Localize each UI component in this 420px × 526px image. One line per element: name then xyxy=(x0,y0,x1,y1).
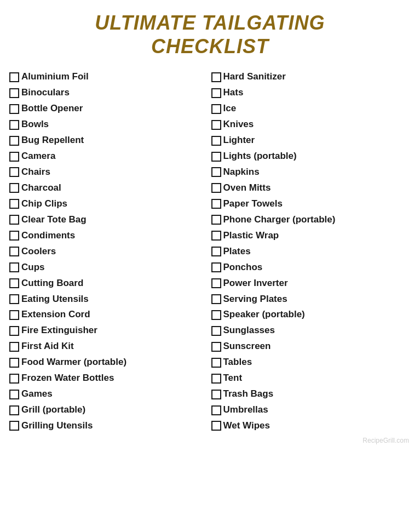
list-item[interactable]: Ponchos xyxy=(210,260,412,276)
checkbox-icon[interactable] xyxy=(211,152,221,162)
list-item[interactable]: Tables xyxy=(210,355,412,370)
list-item[interactable]: Frozen Water Bottles xyxy=(8,370,210,386)
list-item[interactable]: Eating Utensils xyxy=(8,291,210,307)
checkbox-icon[interactable] xyxy=(9,136,19,146)
checkbox-icon[interactable] xyxy=(9,405,19,415)
checkbox-icon[interactable] xyxy=(9,199,19,209)
list-item[interactable]: Trash Bags xyxy=(210,386,412,402)
list-item[interactable]: Hats xyxy=(210,85,412,101)
checkbox-icon[interactable] xyxy=(211,199,221,209)
list-item[interactable]: Grilling Utensils xyxy=(8,418,210,434)
list-item[interactable]: Camera xyxy=(8,148,210,164)
checkbox-icon[interactable] xyxy=(211,136,221,146)
list-item[interactable]: Chairs xyxy=(8,164,210,180)
list-item[interactable]: Lighter xyxy=(210,133,412,148)
list-item[interactable]: Speaker (portable) xyxy=(210,307,412,323)
checkbox-icon[interactable] xyxy=(9,231,19,241)
checkbox-icon[interactable] xyxy=(211,88,221,98)
checkbox-icon[interactable] xyxy=(211,262,221,272)
checkbox-icon[interactable] xyxy=(9,421,19,431)
page-title: ULTIMATE TAILGATING CHECKLIST xyxy=(5,11,415,58)
checkbox-icon[interactable] xyxy=(9,390,19,399)
checkbox-icon[interactable] xyxy=(9,104,19,114)
list-item[interactable]: Extension Cord xyxy=(8,307,210,323)
list-item[interactable]: Clear Tote Bag xyxy=(8,212,210,228)
list-item[interactable]: Fire Extinguisher xyxy=(8,323,210,339)
list-item[interactable]: Oven Mitts xyxy=(210,180,412,196)
list-item[interactable]: Charcoal xyxy=(8,180,210,196)
checkbox-icon[interactable] xyxy=(9,342,19,352)
checkbox-icon[interactable] xyxy=(211,294,221,304)
list-item[interactable]: Umbrellas xyxy=(210,402,412,418)
left-column: Aluminium FoilBinocularsBottle OpenerBow… xyxy=(8,69,210,434)
list-item[interactable]: Food Warmer (portable) xyxy=(8,355,210,370)
checkbox-icon[interactable] xyxy=(9,262,19,272)
watermark: RecipeGrill.com xyxy=(5,437,415,444)
list-item[interactable]: Sunscreen xyxy=(210,339,412,355)
checkbox-icon[interactable] xyxy=(9,215,19,225)
checkbox-icon[interactable] xyxy=(211,167,221,177)
checkbox-icon[interactable] xyxy=(211,326,221,336)
checkbox-icon[interactable] xyxy=(9,326,19,336)
list-item[interactable]: Bug Repellent xyxy=(8,133,210,148)
checkbox-icon[interactable] xyxy=(9,358,19,368)
checkbox-icon[interactable] xyxy=(9,72,19,82)
checkbox-icon[interactable] xyxy=(211,72,221,82)
list-item[interactable]: Knives xyxy=(210,117,412,133)
checkbox-icon[interactable] xyxy=(9,183,19,193)
list-item[interactable]: Condiments xyxy=(8,228,210,244)
list-item[interactable]: Coolers xyxy=(8,244,210,260)
list-item[interactable]: Chip Clips xyxy=(8,196,210,212)
list-item[interactable]: Binoculars xyxy=(8,85,210,101)
list-item[interactable]: Grill (portable) xyxy=(8,402,210,418)
checkbox-icon[interactable] xyxy=(211,421,221,431)
checkbox-icon[interactable] xyxy=(9,88,19,98)
list-item[interactable]: Sunglasses xyxy=(210,323,412,339)
checkbox-icon[interactable] xyxy=(211,310,221,320)
list-item[interactable]: Bottle Opener xyxy=(8,101,210,117)
list-item[interactable]: Hard Sanitizer xyxy=(210,69,412,85)
list-item[interactable]: Aluminium Foil xyxy=(8,69,210,85)
checkbox-icon[interactable] xyxy=(211,374,221,384)
checklist-columns: Aluminium FoilBinocularsBottle OpenerBow… xyxy=(5,69,415,434)
checkbox-icon[interactable] xyxy=(9,278,19,288)
list-item[interactable]: Bowls xyxy=(8,117,210,133)
checkbox-icon[interactable] xyxy=(211,215,221,225)
checkbox-icon[interactable] xyxy=(211,342,221,352)
checkbox-icon[interactable] xyxy=(211,247,221,256)
list-item[interactable]: Lights (portable) xyxy=(210,148,412,164)
checkbox-icon[interactable] xyxy=(9,120,19,130)
checkbox-icon[interactable] xyxy=(9,152,19,162)
checkbox-icon[interactable] xyxy=(9,167,19,177)
checkbox-icon[interactable] xyxy=(9,294,19,304)
list-item[interactable]: Wet Wipes xyxy=(210,418,412,434)
list-item[interactable]: Cutting Board xyxy=(8,276,210,291)
list-item[interactable]: Phone Charger (portable) xyxy=(210,212,412,228)
checkbox-icon[interactable] xyxy=(211,183,221,193)
checkbox-icon[interactable] xyxy=(9,310,19,320)
list-item[interactable]: Power Inverter xyxy=(210,276,412,291)
checkbox-icon[interactable] xyxy=(211,104,221,114)
list-item[interactable]: First Aid Kit xyxy=(8,339,210,355)
checkbox-icon[interactable] xyxy=(9,374,19,384)
checkbox-icon[interactable] xyxy=(9,247,19,256)
checkbox-icon[interactable] xyxy=(211,278,221,288)
list-item[interactable]: Ice xyxy=(210,101,412,117)
list-item[interactable]: Plastic Wrap xyxy=(210,228,412,244)
list-item[interactable]: Cups xyxy=(8,260,210,276)
list-item[interactable]: Serving Plates xyxy=(210,291,412,307)
list-item[interactable]: Games xyxy=(8,386,210,402)
list-item[interactable]: Tent xyxy=(210,370,412,386)
checkbox-icon[interactable] xyxy=(211,231,221,241)
checkbox-icon[interactable] xyxy=(211,358,221,368)
checkbox-icon[interactable] xyxy=(211,120,221,130)
list-item[interactable]: Paper Towels xyxy=(210,196,412,212)
list-item[interactable]: Plates xyxy=(210,244,412,260)
list-item[interactable]: Napkins xyxy=(210,164,412,180)
checkbox-icon[interactable] xyxy=(211,390,221,399)
right-column: Hard SanitizerHatsIceKnivesLighterLights… xyxy=(210,69,412,434)
checkbox-icon[interactable] xyxy=(211,405,221,415)
